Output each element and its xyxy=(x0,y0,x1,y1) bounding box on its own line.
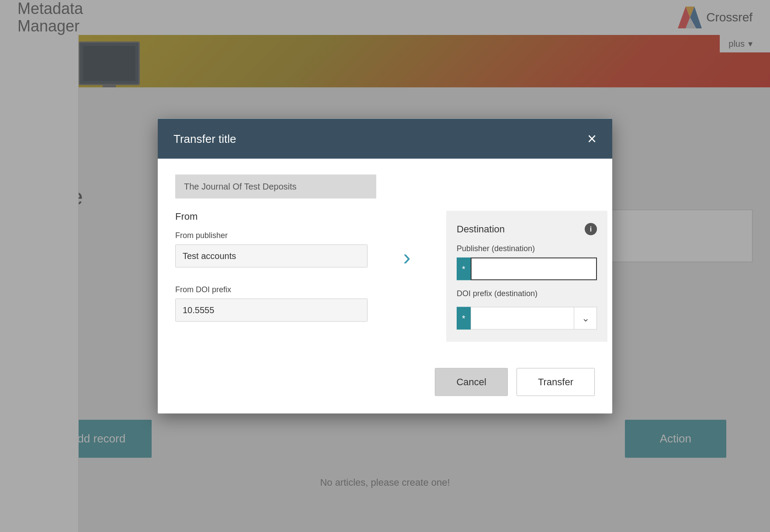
info-icon[interactable]: i xyxy=(585,223,597,235)
from-doi-prefix-input xyxy=(175,299,368,322)
dest-doi-prefix-label: DOI prefix (destination) xyxy=(457,289,597,298)
destination-heading: Destination xyxy=(457,224,505,235)
close-button[interactable]: × xyxy=(587,131,597,147)
cancel-button[interactable]: Cancel xyxy=(435,368,507,396)
transfer-arrow-icon: › xyxy=(403,246,410,269)
dest-publisher-input[interactable] xyxy=(471,258,597,280)
modal-body: The Journal Of Test Deposits From From p… xyxy=(158,159,612,359)
modal-header: Transfer title × xyxy=(158,119,612,159)
modal-title: Transfer title xyxy=(173,132,236,145)
journal-name: The Journal Of Test Deposits xyxy=(184,182,297,191)
dest-publisher-label: Publisher (destination) xyxy=(457,244,597,253)
publisher-required-marker: * xyxy=(457,258,471,280)
dest-doi-prefix-row: * ⌄ xyxy=(457,307,597,330)
doi-prefix-label: From DOI prefix xyxy=(175,285,368,294)
publisher-label: From publisher xyxy=(175,231,368,240)
transfer-button[interactable]: Transfer xyxy=(517,368,595,396)
dest-publisher-input-row: * xyxy=(457,258,597,280)
destination-column: Destination i Publisher (destination) * … xyxy=(446,211,607,342)
arrow-column: › xyxy=(394,211,420,269)
from-heading: From xyxy=(175,211,368,222)
transfer-title-modal: Transfer title × The Journal Of Test Dep… xyxy=(158,119,612,414)
destination-header: Destination i xyxy=(457,223,597,235)
dest-doi-prefix-select[interactable] xyxy=(471,307,574,330)
doi-required-marker: * xyxy=(457,307,471,330)
from-publisher-input xyxy=(175,245,368,268)
modal-columns: From From publisher From DOI prefix › De… xyxy=(175,211,595,342)
from-column: From From publisher From DOI prefix xyxy=(175,211,368,322)
journal-title-bar: The Journal Of Test Deposits xyxy=(175,175,376,199)
select-arrow-icon[interactable]: ⌄ xyxy=(574,307,597,330)
modal-footer: Cancel Transfer xyxy=(158,359,612,414)
